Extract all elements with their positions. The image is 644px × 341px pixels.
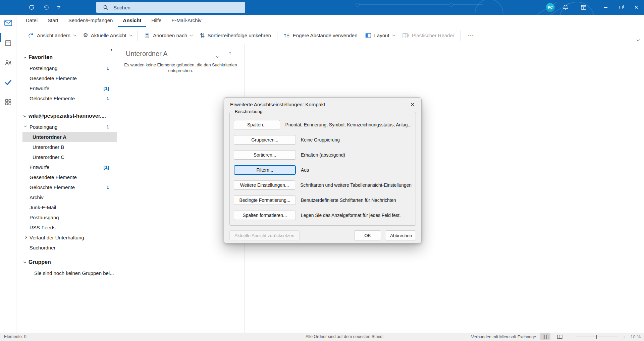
collapse-ribbon-button[interactable] <box>637 37 639 42</box>
folder-item-posteingang-fav[interactable]: Posteingang 1 <box>16 63 117 73</box>
folder-item-verlauf[interactable]: Verlauf der Unterhaltung <box>16 232 117 242</box>
restore-button[interactable] <box>613 0 629 15</box>
zoom-out-button[interactable]: − <box>569 334 572 340</box>
other-settings-button[interactable]: Weitere Einstellungen... <box>234 180 295 190</box>
mail-icon <box>4 19 12 26</box>
conditional-formatting-button[interactable]: Bedingte Formatierung... <box>234 195 296 205</box>
minimize-button[interactable] <box>598 0 613 15</box>
chevron-down-icon <box>637 38 640 42</box>
notifications-button[interactable] <box>562 4 569 11</box>
conditional-formatting-description: Benutzerdefinierte Schriftarten für Nach… <box>301 198 396 203</box>
groups-section-header[interactable]: Gruppen <box>16 257 117 268</box>
folder-label: Entwürfe <box>30 86 49 91</box>
undo-button[interactable] <box>43 4 49 11</box>
zoom-in-button[interactable]: + <box>623 334 625 340</box>
account-avatar[interactable]: PC <box>546 3 555 12</box>
sort-button[interactable]: Sortieren... <box>234 150 296 160</box>
reset-current-view-button: Aktuelle Ansicht zurücksetzen <box>229 230 300 240</box>
tab-datei[interactable]: Datei <box>21 15 43 27</box>
groups-empty-item[interactable]: Sie sind noch keinen Gruppen bei... <box>16 268 117 278</box>
people-module-button[interactable] <box>3 58 13 67</box>
dialog-footer: Aktuelle Ansicht zurücksetzen OK Abbrech… <box>229 230 416 240</box>
tab-ansicht[interactable]: Ansicht <box>118 15 146 27</box>
ribbon-display-options-button[interactable] <box>580 4 587 11</box>
folder-item-postausgang[interactable]: Postausgang <box>16 212 117 222</box>
more-commands-button[interactable]: ⋯ <box>463 32 479 39</box>
folder-item-archiv[interactable]: Archiv <box>16 192 117 202</box>
chevron-right-icon[interactable] <box>24 236 27 239</box>
sort-arrows-icon: ⇅ <box>200 32 205 39</box>
folder-item-posteingang[interactable]: Posteingang 1 <box>16 122 117 132</box>
item-count-status: Elemente: 0 <box>4 334 26 339</box>
folder-item-entwuerfe[interactable]: Entwürfe [1] <box>16 162 117 172</box>
groupbox-label: Beschreibung <box>233 109 264 114</box>
folder-label: Gesendete Elemente <box>30 75 77 81</box>
reverse-sort-button[interactable]: ⇅ Sortierreihenfolge umkehren <box>196 30 274 42</box>
zoom-level-label[interactable]: 10 % <box>631 334 641 339</box>
zoom-slider-thumb[interactable] <box>596 335 597 339</box>
dialog-close-button[interactable]: ✕ <box>409 101 417 109</box>
other-settings-row: Weitere Einstellungen... Schriftarten un… <box>234 180 412 190</box>
favorites-section-header[interactable]: Favoriten <box>16 52 117 63</box>
tab-email-archiv[interactable]: E-Mail-Archiv <box>166 15 206 27</box>
search-input[interactable] <box>113 5 224 10</box>
columns-row: Spalten... Priorität; Erinnerung; Symbol… <box>234 120 412 129</box>
arrange-by-label: Anordnen nach <box>153 33 187 38</box>
change-view-button[interactable]: Ansicht ändern <box>24 30 79 42</box>
search-box[interactable] <box>96 2 245 13</box>
folder-item-unterordner-a[interactable]: Unterordner A <box>22 132 117 142</box>
tab-start[interactable]: Start <box>43 15 63 27</box>
folder-item-entwuerfe-fav[interactable]: Entwürfe [1] <box>16 83 117 93</box>
folder-label: Archiv <box>30 194 44 200</box>
folder-item-unterordner-b[interactable]: Unterordner B <box>16 142 117 152</box>
todo-module-button[interactable] <box>3 78 13 87</box>
tab-senden-empfangen[interactable]: Senden/Empfangen <box>63 15 118 27</box>
folder-pane: ‹ Favoriten Posteingang 1 Gesendete Elem… <box>16 44 117 333</box>
folder-item-geloeschte[interactable]: Gelöschte Elemente 1 <box>16 182 117 192</box>
tab-hilfe[interactable]: Hilfe <box>146 15 166 27</box>
reading-view-button[interactable] <box>555 333 565 340</box>
filter-button[interactable]: Filtern... <box>234 165 296 175</box>
current-folder-title: Unterordner A <box>126 50 168 57</box>
connection-status: Verbunden mit Microsoft Exchange <box>471 335 536 339</box>
folder-label: Verlauf der Unterhaltung <box>30 235 84 240</box>
account-section-header[interactable]: wiki@pcspezialist-hannover.... <box>16 110 117 122</box>
folder-item-rss-feeds[interactable]: RSS-Feeds <box>16 222 117 232</box>
sort-direction-button[interactable]: ↑ <box>229 50 232 57</box>
folder-item-gesendete[interactable]: Gesendete Elemente <box>16 172 117 182</box>
folder-label: Unterordner C <box>33 154 64 160</box>
chevron-down-icon <box>23 260 26 263</box>
tight-spacing-button[interactable]: Engere Abstände verwenden <box>280 30 361 42</box>
message-list-header: Unterordner A ↑ <box>126 50 244 59</box>
group-by-button[interactable]: Gruppieren... <box>234 135 296 145</box>
folder-item-gesendete-fav[interactable]: Gesendete Elemente <box>16 73 117 83</box>
layout-button[interactable]: Layout <box>361 30 398 42</box>
cancel-button[interactable]: Abbrechen <box>385 230 416 240</box>
current-view-button[interactable]: ⚙ Aktuelle Ansicht <box>79 30 136 42</box>
format-columns-button[interactable]: Spalten formatieren... <box>234 211 296 220</box>
normal-view-button[interactable] <box>540 333 550 340</box>
close-button[interactable]: ✕ <box>629 0 644 15</box>
ok-button[interactable]: OK <box>354 230 381 240</box>
folder-item-suchordner[interactable]: Suchordner <box>16 242 117 252</box>
chevron-down-icon[interactable] <box>24 124 27 127</box>
zoom-slider[interactable] <box>576 335 618 339</box>
arrange-by-button[interactable]: Anordnen nach <box>140 30 196 42</box>
customize-quick-access-button[interactable] <box>57 6 60 8</box>
folder-item-junk[interactable]: Junk-E-Mail <box>16 202 117 212</box>
titlebar-right-controls: PC ✕ <box>546 0 644 15</box>
toolbar-divider <box>138 31 138 41</box>
change-view-label: Ansicht ändern <box>37 33 70 38</box>
more-apps-button[interactable] <box>3 98 13 106</box>
collapse-folder-pane-button[interactable]: ‹ <box>110 47 112 53</box>
quick-access-toolbar <box>28 0 60 15</box>
mail-module-button[interactable] <box>3 19 13 27</box>
folder-title-dropdown-button[interactable] <box>217 53 219 58</box>
calendar-module-button[interactable] <box>3 39 13 47</box>
columns-button[interactable]: Spalten... <box>234 120 280 129</box>
chevron-down-icon <box>23 114 26 117</box>
folder-item-unterordner-c[interactable]: Unterordner C <box>16 152 117 162</box>
favorites-header-label: Favoriten <box>29 54 53 60</box>
send-receive-button[interactable] <box>28 4 35 11</box>
folder-item-geloeschte-fav[interactable]: Gelöschte Elemente 1 <box>16 93 117 103</box>
